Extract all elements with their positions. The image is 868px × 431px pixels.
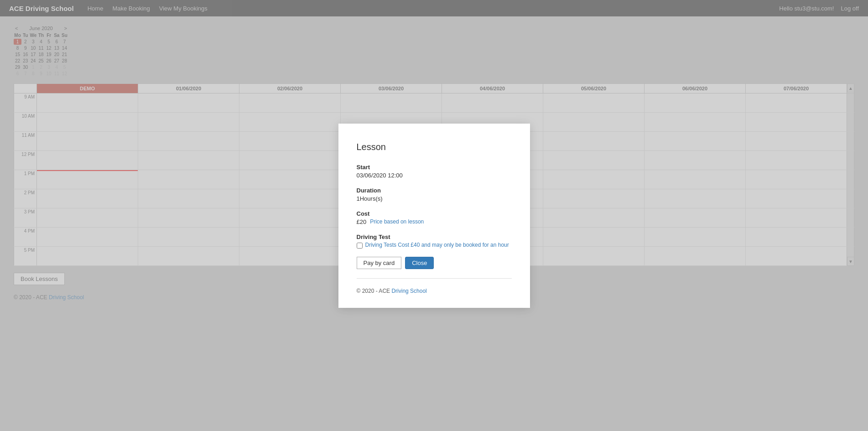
- modal-duration-label: Duration: [357, 187, 512, 194]
- modal-footer-copy: © 2020 - ACE: [357, 288, 392, 294]
- price-based-link[interactable]: Price based on lesson: [370, 218, 424, 225]
- pay-by-card-button[interactable]: Pay by card: [357, 257, 402, 269]
- modal-duration-field: Duration 1Hours(s): [357, 187, 512, 202]
- close-button[interactable]: Close: [405, 257, 434, 269]
- modal-driving-test-field: Driving Test Driving Tests Cost £40 and …: [357, 234, 512, 249]
- modal-title: Lesson: [357, 142, 512, 152]
- driving-test-checkbox-label: Driving Tests Cost £40 and may only be b…: [357, 242, 512, 249]
- modal-cost-line: £20 Price based on lesson: [357, 218, 512, 225]
- driving-test-link[interactable]: Driving Tests Cost £40 and may only be b…: [365, 242, 509, 248]
- modal-duration-value: 1Hours(s): [357, 195, 512, 202]
- modal-footer-link[interactable]: Driving School: [391, 288, 426, 294]
- modal: Lesson Start 03/06/2020 12:00 Duration 1…: [338, 124, 530, 308]
- modal-start-value: 03/06/2020 12:00: [357, 172, 512, 179]
- modal-cost-label: Cost: [357, 210, 512, 217]
- modal-footer: © 2020 - ACE Driving School: [357, 288, 512, 294]
- modal-driving-test-label: Driving Test: [357, 234, 512, 240]
- driving-test-checkbox[interactable]: [357, 243, 363, 249]
- modal-divider: [357, 278, 512, 279]
- modal-buttons: Pay by card Close: [357, 257, 512, 269]
- modal-start-field: Start 03/06/2020 12:00: [357, 164, 512, 179]
- modal-cost-field: Cost £20 Price based on lesson: [357, 210, 512, 225]
- modal-start-label: Start: [357, 164, 512, 171]
- modal-overlay[interactable]: Lesson Start 03/06/2020 12:00 Duration 1…: [0, 0, 868, 310]
- modal-cost-amount: £20: [357, 218, 367, 225]
